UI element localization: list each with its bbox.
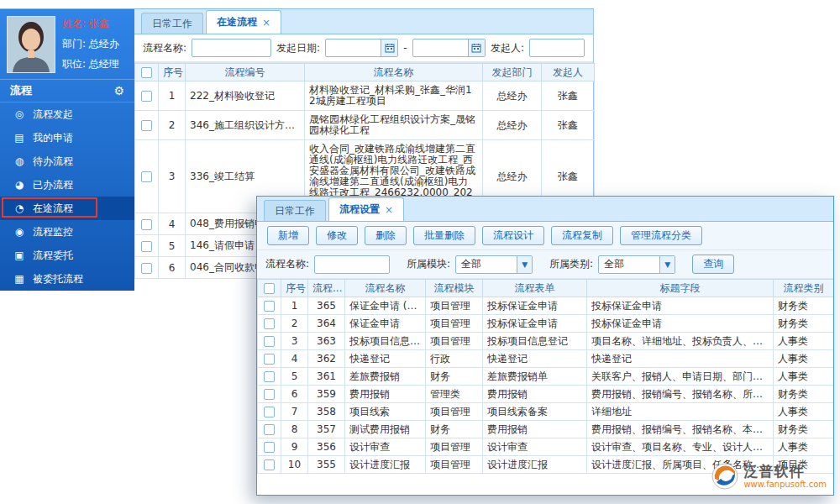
tab-daily-work[interactable]: 日常工作 <box>141 13 203 34</box>
cell-seq: 10 <box>281 456 308 474</box>
row-checkbox[interactable] <box>264 389 275 400</box>
category-select[interactable]: 全部 ▼ <box>598 255 675 274</box>
close-icon[interactable]: × <box>262 17 270 29</box>
process-design-button[interactable]: 流程设计 <box>482 226 544 245</box>
sidebar-item-delegated-processes[interactable]: ▦ 被委托流程 <box>0 267 134 291</box>
module-select[interactable]: 全部 ▼ <box>455 255 533 274</box>
col-process-name[interactable]: 流程名称 <box>305 64 483 81</box>
row-checkbox[interactable] <box>264 407 275 417</box>
sidebar-item-process-monitor[interactable]: ◉ 流程监控 <box>0 220 134 244</box>
search-button[interactable]: 查询 <box>692 255 734 274</box>
col-seq[interactable]: 序号 <box>281 280 308 297</box>
cell-seq: 8 <box>281 421 308 438</box>
cell-category: 人事类 <box>774 368 834 386</box>
col-process-name[interactable]: 流程名称 <box>345 280 426 297</box>
row-checkbox[interactable] <box>264 336 275 347</box>
chevron-down-icon[interactable]: ▼ <box>659 256 675 273</box>
tab-label: 在途流程 <box>217 15 257 29</box>
row-checkbox[interactable] <box>264 318 275 329</box>
process-name-input[interactable] <box>314 255 390 274</box>
tab-daily-work[interactable]: 日常工作 <box>264 200 326 221</box>
sender-input[interactable] <box>529 39 585 57</box>
row-checkbox[interactable] <box>141 171 152 182</box>
col-title-fields[interactable]: 标题字段 <box>587 280 774 297</box>
select-all-checkbox[interactable] <box>264 283 275 294</box>
row-checkbox[interactable] <box>264 301 275 312</box>
cell-seq: 6 <box>281 386 308 403</box>
process-settings-window: 日常工作 流程设置 × 新增 修改 删除 批量删除 流程设计 流程复制 管理流程… <box>256 196 834 496</box>
table-row[interactable]: 1 365 保证金申请 (副本) 项目管理 投标保证金申请 投标保证金申请 财务… <box>258 297 834 315</box>
sidebar-item-in-transit-processes[interactable]: ◔ 在途流程 <box>0 197 134 220</box>
date-from-input[interactable] <box>325 39 398 57</box>
calendar-icon[interactable] <box>468 39 485 56</box>
process-copy-button[interactable]: 流程复制 <box>551 226 613 245</box>
table-row[interactable]: 1 222_材料验收登记 材料验收登记_材料采购_张鑫_华润12城房建工程项目 … <box>135 81 595 111</box>
cell-category: 人事类 <box>774 333 834 350</box>
col-module[interactable]: 流程模块 <box>426 280 483 297</box>
chevron-down-icon[interactable]: ▼ <box>517 256 532 273</box>
tab-in-transit[interactable]: 在途流程 × <box>206 10 281 34</box>
process-settings-table: 序号 流程... 流程名称 流程模块 流程表单 标题字段 流程类别 1 365 … <box>257 279 834 474</box>
table-row[interactable]: 4 362 快递登记 行政 快递登记 快递登记 人事类 <box>258 350 834 368</box>
cell-seq: 3 <box>281 333 308 350</box>
col-category[interactable]: 流程类别 <box>774 280 834 297</box>
cell-dept: 总经办 <box>483 111 542 140</box>
calendar-icon[interactable] <box>381 39 397 56</box>
row-checkbox[interactable] <box>141 263 152 274</box>
col-dept[interactable]: 发起部门 <box>483 64 542 81</box>
process-name-input[interactable] <box>192 39 271 57</box>
edit-button[interactable]: 修改 <box>316 226 358 245</box>
table-row[interactable]: 2 364 保证金申请 项目管理 投标保证金申请 投标保证金申请 财务类 <box>258 315 834 333</box>
tab-process-settings[interactable]: 流程设置 × <box>328 197 404 221</box>
cell-form: 差旅费报销单 <box>483 368 587 386</box>
row-checkbox[interactable] <box>141 219 152 230</box>
gear-icon[interactable]: ⚙ <box>113 84 124 97</box>
sidebar-item-label: 流程监控 <box>33 225 73 239</box>
process-settings-table-body: 1 365 保证金申请 (副本) 项目管理 投标保证金申请 投标保证金申请 财务… <box>258 297 834 474</box>
col-sender[interactable]: 发起人 <box>542 64 595 81</box>
table-row[interactable]: 2 346_施工组织设计方案申请 晟铭园林绿化工程组织设计方案_晟铭园林绿化工程… <box>135 111 595 140</box>
batch-delete-button[interactable]: 批量删除 <box>413 226 475 245</box>
table-row[interactable]: 8 357 测试费用报销 财务 费用报销 费用报销、报销编号、报销名称、本次报销… <box>258 421 834 438</box>
broadcast-icon: ◎ <box>13 108 25 120</box>
row-checkbox[interactable] <box>264 354 275 365</box>
col-seq[interactable]: 序号 <box>159 64 186 81</box>
date-to-input[interactable] <box>412 39 486 57</box>
row-checkbox[interactable] <box>141 241 152 252</box>
select-all-checkbox[interactable] <box>141 67 152 78</box>
sidebar-item-label: 我的申请 <box>33 131 73 145</box>
manage-category-button[interactable]: 管理流程分类 <box>620 226 702 245</box>
sidebar-item-completed-processes[interactable]: ◕ 已办流程 <box>0 173 134 197</box>
cell-seq: 4 <box>281 350 308 368</box>
sidebar-item-label: 流程发起 <box>33 108 73 122</box>
cell-process-id: 358 <box>308 403 345 421</box>
user-info: 姓名: 张鑫 部门: 总经办 职位: 总经理 <box>62 17 119 71</box>
cell-seq: 1 <box>159 81 186 111</box>
col-process-code[interactable]: 流程编号 <box>186 64 305 81</box>
cell-title-fields: 费用报销、报销编号、报销名称、所属项目 <box>587 386 774 403</box>
org-icon: ▦ <box>13 273 25 285</box>
row-checkbox[interactable] <box>264 371 275 382</box>
table-row[interactable]: 6 359 费用报销 管理类 费用报销 费用报销、报销编号、报销名称、所属项目 … <box>258 386 834 403</box>
table-row[interactable]: 3 363 投标项目信息登记 项目管理 投标项目信息登记 项目名称、详细地址、投… <box>258 333 834 350</box>
col-form[interactable]: 流程表单 <box>483 280 587 297</box>
row-checkbox[interactable] <box>141 91 152 102</box>
sidebar-item-process-delegate[interactable]: ▣ 流程委托 <box>0 244 134 267</box>
row-checkbox[interactable] <box>264 459 275 470</box>
table-row[interactable]: 9 356 设计审查 项目管理 设计审查 设计审查、项目名称、专业、设计人、制单… <box>258 438 834 456</box>
close-icon[interactable]: × <box>385 204 393 216</box>
delete-button[interactable]: 删除 <box>365 226 407 245</box>
filter-bar: 流程名称: 发起日期: - 发起人: <box>134 34 593 63</box>
sidebar-item-pending-processes[interactable]: ◍ 待办流程 <box>0 150 134 173</box>
row-checkbox[interactable] <box>141 120 152 131</box>
sidebar-item-process-initiate[interactable]: ◎ 流程发起 <box>0 102 134 126</box>
table-header-row: 序号 流程... 流程名称 流程模块 流程表单 标题字段 流程类别 <box>258 280 834 297</box>
col-process-id[interactable]: 流程... <box>308 280 345 297</box>
desktop: 姓名: 张鑫 部门: 总经办 职位: 总经理 流程 ⚙ ◎ 流程发起 ▤ 我的申… <box>0 0 840 504</box>
add-button[interactable]: 新增 <box>267 226 309 245</box>
row-checkbox[interactable] <box>264 424 275 435</box>
sidebar-item-my-applications[interactable]: ▤ 我的申请 <box>0 126 134 150</box>
table-row[interactable]: 7 358 项目线索 项目管理 项目线索备案 详细地址 人事类 <box>258 403 834 421</box>
row-checkbox[interactable] <box>264 442 275 453</box>
table-row[interactable]: 5 361 差旅费报销 财务 差旅费报销单 关联客户、报销人、申请日期、部门、报… <box>258 368 834 386</box>
